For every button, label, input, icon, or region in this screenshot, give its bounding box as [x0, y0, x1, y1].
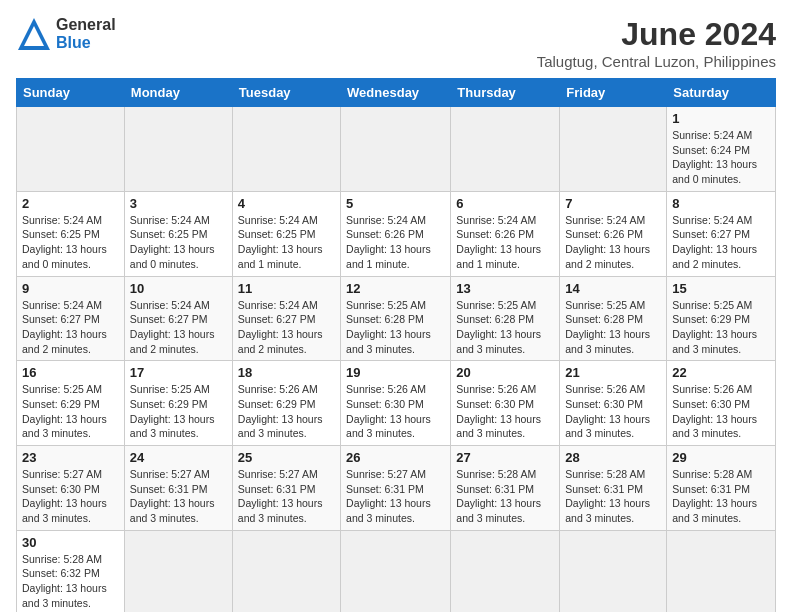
week-row-4: 16Sunrise: 5:25 AM Sunset: 6:29 PM Dayli… [17, 361, 776, 446]
calendar-cell: 15Sunrise: 5:25 AM Sunset: 6:29 PM Dayli… [667, 276, 776, 361]
day-number: 28 [565, 450, 661, 465]
calendar-cell [341, 530, 451, 612]
day-number: 5 [346, 196, 445, 211]
day-info: Sunrise: 5:27 AM Sunset: 6:31 PM Dayligh… [238, 467, 335, 526]
page-header: GeneralBlue June 2024 Talugtug, Central … [16, 16, 776, 70]
calendar-cell [124, 530, 232, 612]
day-info: Sunrise: 5:24 AM Sunset: 6:25 PM Dayligh… [130, 213, 227, 272]
day-number: 23 [22, 450, 119, 465]
title-block: June 2024 Talugtug, Central Luzon, Phili… [537, 16, 776, 70]
week-row-3: 9Sunrise: 5:24 AM Sunset: 6:27 PM Daylig… [17, 276, 776, 361]
day-number: 3 [130, 196, 227, 211]
header-day-sunday: Sunday [17, 79, 125, 107]
calendar-cell: 12Sunrise: 5:25 AM Sunset: 6:28 PM Dayli… [341, 276, 451, 361]
day-number: 12 [346, 281, 445, 296]
calendar-title: June 2024 [537, 16, 776, 53]
calendar-cell [451, 530, 560, 612]
calendar-table: SundayMondayTuesdayWednesdayThursdayFrid… [16, 78, 776, 612]
calendar-subtitle: Talugtug, Central Luzon, Philippines [537, 53, 776, 70]
day-number: 9 [22, 281, 119, 296]
calendar-cell [667, 530, 776, 612]
day-info: Sunrise: 5:27 AM Sunset: 6:30 PM Dayligh… [22, 467, 119, 526]
calendar-cell: 25Sunrise: 5:27 AM Sunset: 6:31 PM Dayli… [232, 446, 340, 531]
calendar-cell: 16Sunrise: 5:25 AM Sunset: 6:29 PM Dayli… [17, 361, 125, 446]
calendar-cell: 22Sunrise: 5:26 AM Sunset: 6:30 PM Dayli… [667, 361, 776, 446]
day-number: 2 [22, 196, 119, 211]
calendar-cell: 17Sunrise: 5:25 AM Sunset: 6:29 PM Dayli… [124, 361, 232, 446]
day-number: 17 [130, 365, 227, 380]
header-day-wednesday: Wednesday [341, 79, 451, 107]
day-number: 6 [456, 196, 554, 211]
header-day-tuesday: Tuesday [232, 79, 340, 107]
calendar-cell [17, 107, 125, 192]
day-info: Sunrise: 5:25 AM Sunset: 6:28 PM Dayligh… [346, 298, 445, 357]
calendar-cell: 20Sunrise: 5:26 AM Sunset: 6:30 PM Dayli… [451, 361, 560, 446]
calendar-cell [451, 107, 560, 192]
calendar-cell: 10Sunrise: 5:24 AM Sunset: 6:27 PM Dayli… [124, 276, 232, 361]
day-number: 26 [346, 450, 445, 465]
calendar-cell: 1Sunrise: 5:24 AM Sunset: 6:24 PM Daylig… [667, 107, 776, 192]
day-number: 25 [238, 450, 335, 465]
week-row-6: 30Sunrise: 5:28 AM Sunset: 6:32 PM Dayli… [17, 530, 776, 612]
calendar-cell: 2Sunrise: 5:24 AM Sunset: 6:25 PM Daylig… [17, 191, 125, 276]
day-number: 8 [672, 196, 770, 211]
calendar-cell [232, 107, 340, 192]
calendar-cell [560, 530, 667, 612]
day-info: Sunrise: 5:26 AM Sunset: 6:30 PM Dayligh… [672, 382, 770, 441]
day-number: 13 [456, 281, 554, 296]
day-number: 16 [22, 365, 119, 380]
calendar-cell: 13Sunrise: 5:25 AM Sunset: 6:28 PM Dayli… [451, 276, 560, 361]
day-info: Sunrise: 5:24 AM Sunset: 6:27 PM Dayligh… [672, 213, 770, 272]
header-day-monday: Monday [124, 79, 232, 107]
calendar-cell: 11Sunrise: 5:24 AM Sunset: 6:27 PM Dayli… [232, 276, 340, 361]
day-number: 30 [22, 535, 119, 550]
header-day-friday: Friday [560, 79, 667, 107]
calendar-cell: 18Sunrise: 5:26 AM Sunset: 6:29 PM Dayli… [232, 361, 340, 446]
calendar-cell: 27Sunrise: 5:28 AM Sunset: 6:31 PM Dayli… [451, 446, 560, 531]
calendar-cell: 28Sunrise: 5:28 AM Sunset: 6:31 PM Dayli… [560, 446, 667, 531]
day-info: Sunrise: 5:26 AM Sunset: 6:30 PM Dayligh… [565, 382, 661, 441]
calendar-cell: 3Sunrise: 5:24 AM Sunset: 6:25 PM Daylig… [124, 191, 232, 276]
day-number: 10 [130, 281, 227, 296]
day-info: Sunrise: 5:28 AM Sunset: 6:31 PM Dayligh… [565, 467, 661, 526]
day-info: Sunrise: 5:25 AM Sunset: 6:29 PM Dayligh… [672, 298, 770, 357]
day-info: Sunrise: 5:24 AM Sunset: 6:27 PM Dayligh… [22, 298, 119, 357]
day-info: Sunrise: 5:24 AM Sunset: 6:25 PM Dayligh… [238, 213, 335, 272]
week-row-1: 1Sunrise: 5:24 AM Sunset: 6:24 PM Daylig… [17, 107, 776, 192]
day-number: 27 [456, 450, 554, 465]
day-number: 24 [130, 450, 227, 465]
day-info: Sunrise: 5:25 AM Sunset: 6:29 PM Dayligh… [130, 382, 227, 441]
week-row-2: 2Sunrise: 5:24 AM Sunset: 6:25 PM Daylig… [17, 191, 776, 276]
day-info: Sunrise: 5:28 AM Sunset: 6:32 PM Dayligh… [22, 552, 119, 611]
day-info: Sunrise: 5:27 AM Sunset: 6:31 PM Dayligh… [346, 467, 445, 526]
calendar-cell: 9Sunrise: 5:24 AM Sunset: 6:27 PM Daylig… [17, 276, 125, 361]
logo: GeneralBlue [16, 16, 116, 52]
calendar-cell: 5Sunrise: 5:24 AM Sunset: 6:26 PM Daylig… [341, 191, 451, 276]
day-info: Sunrise: 5:25 AM Sunset: 6:28 PM Dayligh… [456, 298, 554, 357]
day-info: Sunrise: 5:24 AM Sunset: 6:26 PM Dayligh… [346, 213, 445, 272]
calendar-cell: 4Sunrise: 5:24 AM Sunset: 6:25 PM Daylig… [232, 191, 340, 276]
calendar-cell: 23Sunrise: 5:27 AM Sunset: 6:30 PM Dayli… [17, 446, 125, 531]
day-info: Sunrise: 5:28 AM Sunset: 6:31 PM Dayligh… [456, 467, 554, 526]
calendar-cell: 8Sunrise: 5:24 AM Sunset: 6:27 PM Daylig… [667, 191, 776, 276]
day-info: Sunrise: 5:24 AM Sunset: 6:27 PM Dayligh… [238, 298, 335, 357]
day-number: 11 [238, 281, 335, 296]
day-info: Sunrise: 5:27 AM Sunset: 6:31 PM Dayligh… [130, 467, 227, 526]
calendar-cell [560, 107, 667, 192]
calendar-cell: 29Sunrise: 5:28 AM Sunset: 6:31 PM Dayli… [667, 446, 776, 531]
days-header-row: SundayMondayTuesdayWednesdayThursdayFrid… [17, 79, 776, 107]
day-info: Sunrise: 5:24 AM Sunset: 6:26 PM Dayligh… [565, 213, 661, 272]
week-row-5: 23Sunrise: 5:27 AM Sunset: 6:30 PM Dayli… [17, 446, 776, 531]
header-day-thursday: Thursday [451, 79, 560, 107]
day-number: 29 [672, 450, 770, 465]
day-number: 19 [346, 365, 445, 380]
day-info: Sunrise: 5:25 AM Sunset: 6:28 PM Dayligh… [565, 298, 661, 357]
calendar-cell: 30Sunrise: 5:28 AM Sunset: 6:32 PM Dayli… [17, 530, 125, 612]
day-number: 21 [565, 365, 661, 380]
header-day-saturday: Saturday [667, 79, 776, 107]
calendar-cell: 6Sunrise: 5:24 AM Sunset: 6:26 PM Daylig… [451, 191, 560, 276]
calendar-cell: 26Sunrise: 5:27 AM Sunset: 6:31 PM Dayli… [341, 446, 451, 531]
day-number: 4 [238, 196, 335, 211]
day-info: Sunrise: 5:26 AM Sunset: 6:30 PM Dayligh… [346, 382, 445, 441]
day-info: Sunrise: 5:26 AM Sunset: 6:29 PM Dayligh… [238, 382, 335, 441]
